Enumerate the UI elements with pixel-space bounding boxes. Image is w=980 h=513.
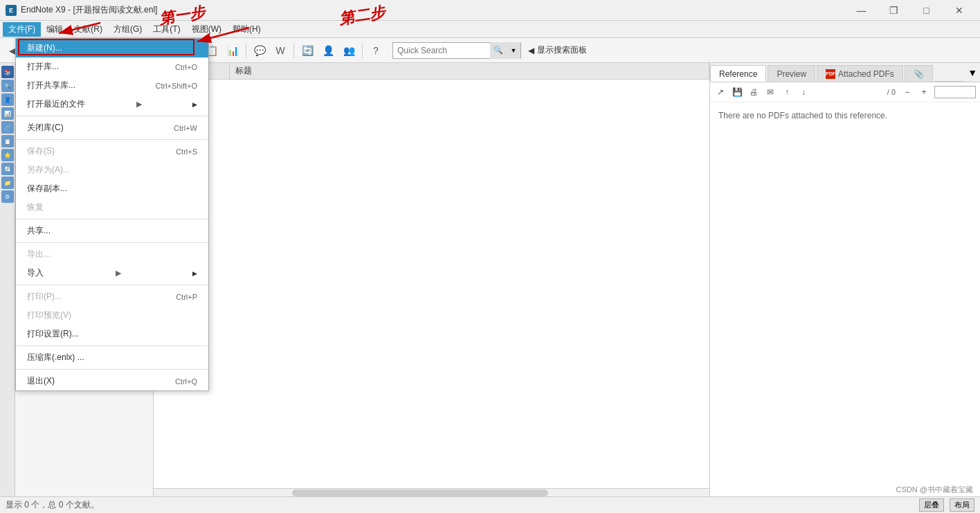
menu-item-export[interactable]: 导出... [16, 245, 208, 264]
save-ref-button[interactable]: 💾 [729, 84, 745, 100]
menu-item-recent-files[interactable]: 打开最近的文件 ▶ [16, 95, 208, 114]
pdf-icon: PDF [826, 69, 835, 79]
find-dup-button[interactable]: 👤 [318, 41, 338, 60]
quick-search-input[interactable] [393, 46, 490, 55]
sidebar-icon-2[interactable]: 🔍 [1, 80, 14, 92]
title-bar: E EndNote X9 - [开题报告阅读文献.enl] — ❐ □ ✕ [0, 0, 980, 21]
app-icon: E [6, 5, 17, 16]
menu-item-new[interactable]: 新建(N)... [16, 39, 208, 57]
menu-item-print[interactable]: 打印(P)... Ctrl+P [16, 287, 208, 306]
sidebar-icon-7[interactable]: ⭐ [1, 149, 14, 161]
status-bar: 显示 0 个，总 0 个文献。 层叠 布局 [0, 496, 980, 513]
menu-tools[interactable]: 工具(T) [147, 22, 185, 37]
menu-separator-1 [16, 116, 208, 116]
share-button[interactable]: 👥 [339, 41, 359, 60]
menu-separator-4 [16, 242, 208, 243]
menu-item-open-shared[interactable]: 打开共享库... Ctrl+Shift+O [16, 76, 208, 95]
menu-groups[interactable]: 方组(G) [108, 22, 147, 37]
menu-item-exit[interactable]: 退出(X) Ctrl+Q [16, 372, 208, 390]
menu-separator-6 [16, 345, 208, 346]
menu-separator-3 [16, 219, 208, 219]
zoom-out-button[interactable]: − [900, 84, 915, 100]
detail-toolbar: ↗ 💾 🖨 ✉ ↑ ↓ / 0 − + [710, 82, 980, 102]
format-button[interactable]: 📊 [223, 41, 242, 60]
sidebar-icon-3[interactable]: 👤 [1, 93, 14, 106]
page-indicator: / 0 [887, 88, 896, 96]
prev-ref-button[interactable]: ↑ [779, 84, 795, 100]
menu-item-print-preview[interactable]: 打印预览(V) [16, 306, 208, 325]
status-right: 层叠 布局 [919, 498, 974, 512]
sidebar-icon-5[interactable]: 🔗 [1, 121, 14, 134]
menu-separator-7 [16, 369, 208, 370]
help-button[interactable]: ? [366, 41, 385, 60]
detail-panel: Reference Preview PDF Attached PDFs 📎 ▼ … [710, 63, 980, 496]
detail-panel-menu[interactable]: ▼ [965, 67, 980, 78]
sidebar-icon-4[interactable]: 📊 [1, 107, 14, 120]
sidebar-icon-8[interactable]: 🔄 [1, 163, 14, 175]
maximize-button[interactable]: □ [911, 0, 942, 21]
status-text: 显示 0 个，总 0 个文献。 [6, 499, 99, 511]
close-button[interactable]: ✕ [943, 0, 974, 21]
file-dropdown-menu: 新建(N)... 打开库... Ctrl+O 打开共享库... Ctrl+Shi… [15, 38, 209, 391]
left-sidebar: 📚 🔍 👤 📊 🔗 📋 ⭐ 🔄 📁 ⚙ [0, 63, 15, 496]
tab-reference[interactable]: Reference [710, 65, 766, 82]
menu-bar: 文件(F) 编辑 文献(R) 方组(G) 工具(T) 视图(W) 帮助(H) [0, 21, 980, 38]
search-dropdown-button[interactable]: ▼ [507, 42, 520, 59]
tab-paperclip[interactable]: 📎 [905, 65, 933, 82]
menu-item-save-copy[interactable]: 保存副本... [16, 179, 208, 198]
print-ref-button[interactable]: 🖨 [746, 84, 761, 100]
zoom-input[interactable] [934, 86, 976, 98]
sidebar-icon-1[interactable]: 📚 [1, 66, 14, 78]
restore-button[interactable]: ❐ [878, 0, 909, 21]
word-button[interactable]: W [271, 41, 290, 60]
table-header: 年份 标题 [154, 63, 709, 80]
layout-button[interactable]: 布局 [950, 498, 974, 512]
menu-edit[interactable]: 编辑 [41, 22, 69, 37]
menu-item-print-setup[interactable]: 打印设置(R)... [16, 325, 208, 343]
open-ref-button[interactable]: ↗ [713, 84, 728, 100]
zoom-in-button[interactable]: + [916, 84, 932, 100]
sidebar-icon-10[interactable]: ⚙ [1, 190, 14, 203]
menu-separator-2 [16, 139, 208, 140]
menu-file[interactable]: 文件(F) [3, 22, 41, 37]
menu-references[interactable]: 文献(R) [69, 22, 108, 37]
window-controls: — ❐ □ ✕ [846, 0, 974, 21]
sidebar-icon-9[interactable]: 📁 [1, 177, 14, 189]
search-submit-button[interactable]: 🔍 [490, 42, 507, 59]
menu-item-compress[interactable]: 压缩库(.enlx) ... [16, 348, 208, 367]
show-search-panel-toggle[interactable]: ◀ 显示搜索面板 [528, 44, 587, 56]
menu-item-share[interactable]: 共享... [16, 222, 208, 240]
separator-4 [293, 43, 294, 58]
minimize-button[interactable]: — [846, 0, 877, 21]
separator-5 [362, 43, 363, 58]
menu-item-save-as[interactable]: 另存为(A)... [16, 161, 208, 179]
cite-button[interactable]: 💬 [250, 41, 269, 60]
tab-attached-pdfs[interactable]: PDF Attached PDFs [817, 65, 903, 82]
menu-item-open-library[interactable]: 打开库... Ctrl+O [16, 57, 208, 76]
quick-search-container: 🔍 ▼ [392, 42, 521, 59]
window-title: EndNote X9 - [开题报告阅读文献.enl] [21, 4, 157, 16]
menu-separator-5 [16, 285, 208, 285]
menu-item-close-library[interactable]: 关闭库(C) Ctrl+W [16, 118, 208, 137]
show-search-arrow: ◀ [528, 46, 534, 55]
tab-preview[interactable]: Preview [768, 65, 815, 82]
references-list [154, 80, 709, 488]
col-header-title[interactable]: 标题 [230, 63, 709, 79]
separator-3 [246, 43, 246, 58]
cascade-button[interactable]: 层叠 [919, 498, 944, 512]
detail-content: There are no PDFs attached to this refer… [710, 102, 980, 496]
references-panel: 年份 标题 [154, 63, 710, 496]
show-search-label: 显示搜索面板 [537, 44, 587, 56]
menu-item-restore[interactable]: 恢复 [16, 198, 208, 217]
next-ref-button[interactable]: ↓ [796, 84, 811, 100]
menu-item-import[interactable]: 导入 ▶ [16, 264, 208, 282]
email-ref-button[interactable]: ✉ [763, 84, 778, 100]
menu-item-save[interactable]: 保存(S) Ctrl+S [16, 142, 208, 161]
menu-help[interactable]: 帮助(H) [227, 22, 266, 37]
sync-button[interactable]: 🔄 [298, 41, 317, 60]
detail-tabs: Reference Preview PDF Attached PDFs 📎 ▼ [710, 63, 980, 82]
sidebar-icon-6[interactable]: 📋 [1, 135, 14, 147]
menu-view[interactable]: 视图(W) [186, 22, 227, 37]
